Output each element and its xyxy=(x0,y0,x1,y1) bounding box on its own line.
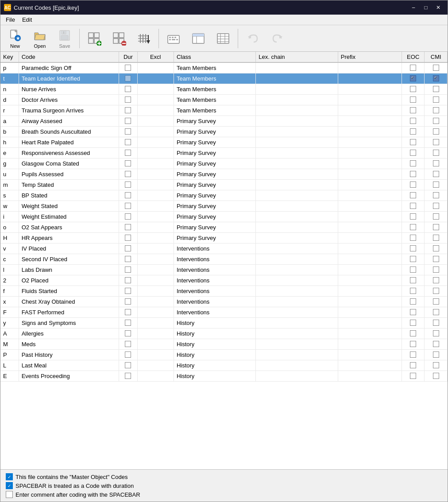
cell-cmi[interactable] xyxy=(425,158,448,169)
cell-excl[interactable] xyxy=(137,84,174,94)
maximize-button[interactable]: □ xyxy=(420,3,432,12)
cell-cmi[interactable] xyxy=(425,94,448,105)
cell-excl[interactable] xyxy=(137,317,174,328)
cell-dur[interactable] xyxy=(119,254,137,264)
cell-cmi[interactable] xyxy=(425,84,448,94)
cell-cmi[interactable] xyxy=(425,62,448,73)
cell-excl[interactable] xyxy=(137,137,174,147)
cell-dur[interactable] xyxy=(119,190,137,201)
table-row[interactable]: uPupils AssessedPrimary Survey xyxy=(0,169,448,179)
cell-dur[interactable] xyxy=(119,232,137,243)
table-row[interactable]: vIV PlacedInterventions xyxy=(0,243,448,254)
cell-dur[interactable] xyxy=(119,126,137,137)
cell-cmi[interactable] xyxy=(425,360,448,371)
cell-excl[interactable] xyxy=(137,328,174,339)
table-view-button[interactable] xyxy=(186,27,210,50)
cell-dur[interactable] xyxy=(119,222,137,232)
table-row[interactable]: nNurse ArrivesTeam Members xyxy=(0,84,448,94)
cell-cmi[interactable] xyxy=(425,307,448,317)
table-row[interactable]: rTrauma Surgeon ArrivesTeam Members xyxy=(0,105,448,116)
cell-eoc[interactable] xyxy=(402,307,425,317)
cell-dur[interactable] xyxy=(119,317,137,328)
table-row[interactable]: cSecond IV PlacedInterventions xyxy=(0,254,448,264)
master-object-checkbox[interactable]: ✓ xyxy=(6,473,13,480)
cell-excl[interactable] xyxy=(137,232,174,243)
cell-eoc[interactable] xyxy=(402,328,425,339)
cell-excl[interactable] xyxy=(137,254,174,264)
grid-remove-button[interactable] xyxy=(107,27,131,50)
cell-dur[interactable] xyxy=(119,105,137,116)
cell-dur[interactable] xyxy=(119,371,137,381)
cell-eoc[interactable] xyxy=(402,243,425,254)
cell-cmi[interactable] xyxy=(425,349,448,360)
new-button[interactable]: ★ New xyxy=(3,27,27,50)
cell-cmi[interactable] xyxy=(425,371,448,381)
table-row[interactable]: AAllergiesHistory xyxy=(0,328,448,339)
cell-excl[interactable] xyxy=(137,296,174,307)
table-row[interactable]: fFluids StartedInterventions xyxy=(0,286,448,296)
cell-eoc[interactable] xyxy=(402,137,425,147)
cell-cmi[interactable] xyxy=(425,296,448,307)
cell-excl[interactable] xyxy=(137,62,174,73)
cell-eoc[interactable] xyxy=(402,84,425,94)
cell-eoc[interactable]: ✓ xyxy=(402,73,425,84)
grid-sort-button[interactable] xyxy=(132,27,156,50)
cell-excl[interactable] xyxy=(137,126,174,137)
cell-excl[interactable] xyxy=(137,73,174,84)
table-row[interactable]: iWeight EstimatedPrimary Survey xyxy=(0,211,448,222)
cell-cmi[interactable] xyxy=(425,328,448,339)
cell-dur[interactable] xyxy=(119,73,137,84)
table-row[interactable]: gGlasgow Coma StatedPrimary Survey xyxy=(0,158,448,169)
spreadsheet-button[interactable] xyxy=(211,27,235,50)
cell-eoc[interactable] xyxy=(402,296,425,307)
cell-excl[interactable] xyxy=(137,190,174,201)
cell-eoc[interactable] xyxy=(402,147,425,158)
table-row[interactable]: lLabs DrawnInterventions xyxy=(0,264,448,275)
table-container[interactable]: Key Code Dur Excl Class Lex. chain Prefi… xyxy=(0,52,448,469)
table-row[interactable]: mTemp StatedPrimary Survey xyxy=(0,179,448,190)
cell-dur[interactable] xyxy=(119,243,137,254)
spacebar-comment-checkbox[interactable] xyxy=(6,491,13,498)
cell-eoc[interactable] xyxy=(402,349,425,360)
cell-eoc[interactable] xyxy=(402,232,425,243)
cell-excl[interactable] xyxy=(137,339,174,349)
cell-dur[interactable] xyxy=(119,211,137,222)
cell-excl[interactable] xyxy=(137,147,174,158)
cell-dur[interactable] xyxy=(119,158,137,169)
cell-eoc[interactable] xyxy=(402,179,425,190)
cell-cmi[interactable] xyxy=(425,286,448,296)
cell-dur[interactable] xyxy=(119,62,137,73)
cell-dur[interactable] xyxy=(119,169,137,179)
cell-cmi[interactable] xyxy=(425,137,448,147)
cell-eoc[interactable] xyxy=(402,286,425,296)
table-row[interactable]: bBreath Sounds AuscultatedPrimary Survey xyxy=(0,126,448,137)
cell-excl[interactable] xyxy=(137,264,174,275)
cell-cmi[interactable] xyxy=(425,190,448,201)
cell-cmi[interactable] xyxy=(425,254,448,264)
table-row[interactable]: xChest Xray ObtainedInterventions xyxy=(0,296,448,307)
cell-dur[interactable] xyxy=(119,275,137,286)
cell-dur[interactable] xyxy=(119,328,137,339)
cell-excl[interactable] xyxy=(137,211,174,222)
cell-excl[interactable] xyxy=(137,201,174,211)
cell-cmi[interactable] xyxy=(425,317,448,328)
cell-dur[interactable] xyxy=(119,147,137,158)
table-row[interactable]: 2O2 PlacedInterventions xyxy=(0,275,448,286)
grid-add-button[interactable] xyxy=(82,27,106,50)
cell-excl[interactable] xyxy=(137,286,174,296)
cell-dur[interactable] xyxy=(119,201,137,211)
cell-eoc[interactable] xyxy=(402,371,425,381)
table-row[interactable]: FFAST PerformedInterventions xyxy=(0,307,448,317)
table-row[interactable]: HHR AppearsPrimary Survey xyxy=(0,232,448,243)
save-button[interactable]: Save xyxy=(53,27,77,50)
cell-excl[interactable] xyxy=(137,371,174,381)
keyboard-button[interactable] xyxy=(162,27,185,50)
cell-cmi[interactable] xyxy=(425,147,448,158)
undo-button[interactable] xyxy=(241,27,265,50)
open-button[interactable]: Open xyxy=(28,27,52,50)
cell-cmi[interactable] xyxy=(425,116,448,126)
cell-eoc[interactable] xyxy=(402,317,425,328)
cell-eoc[interactable] xyxy=(402,62,425,73)
cell-dur[interactable] xyxy=(119,116,137,126)
cell-dur[interactable] xyxy=(119,286,137,296)
